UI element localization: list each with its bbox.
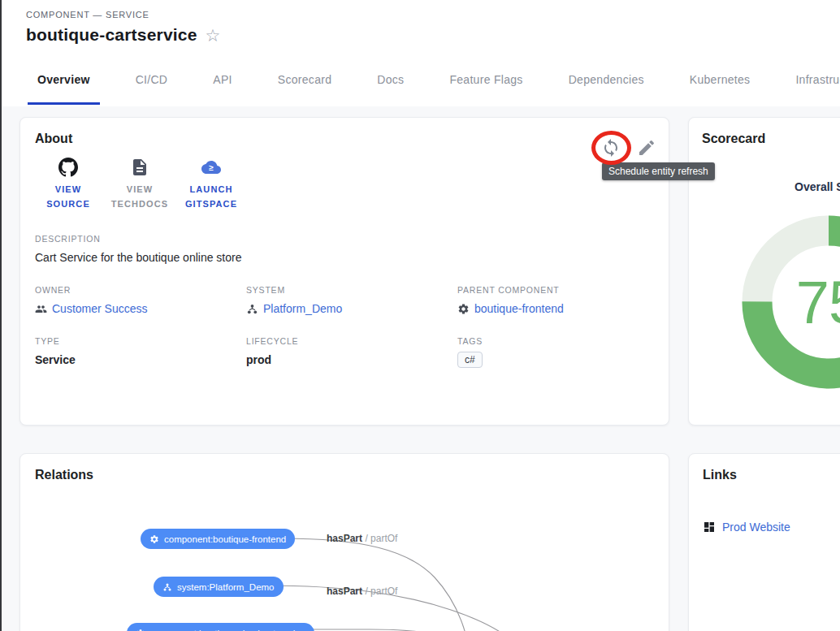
breadcrumb: COMPONENT — SERVICE	[26, 10, 840, 19]
refresh-icon	[601, 138, 621, 158]
about-card-title: About	[35, 132, 654, 146]
tab-bar: Overview CI/CD API Scorecard Docs Featur…	[2, 52, 840, 106]
group-icon	[35, 303, 47, 315]
about-card: About Schedule entity refresh VIEW SOURC…	[19, 117, 669, 426]
tab-dependencies[interactable]: Dependencies	[569, 52, 644, 106]
links-card: Links Prod Website	[688, 453, 840, 631]
system-icon	[162, 582, 172, 592]
link-label: Prod Website	[722, 521, 790, 534]
launch-gitspace-button[interactable]: ≥ LAUNCH GITSPACE	[178, 158, 245, 211]
edge-label: hasPart / partOf	[327, 533, 397, 544]
field-parent-component: PARENT COMPONENT boutique-frontend	[457, 285, 654, 315]
field-lifecycle: LIFECYCLE prod	[246, 336, 457, 368]
document-icon	[130, 158, 149, 177]
links-card-title: Links	[703, 468, 840, 482]
pencil-icon	[637, 138, 656, 158]
cloud-terminal-icon: ≥	[201, 158, 221, 177]
content-area: About Schedule entity refresh VIEW SOURC…	[2, 106, 840, 631]
graph-node-label: component:boutique-frontend	[164, 534, 286, 544]
edge-relation-primary: hasPart	[327, 533, 362, 544]
system-value: Platform_Demo	[263, 302, 342, 315]
lifecycle-value: prod	[246, 353, 457, 366]
graph-node-boutique-frontend[interactable]: component:boutique-frontend	[141, 529, 295, 549]
parent-component-label: PARENT COMPONENT	[457, 285, 654, 295]
refresh-tooltip: Schedule entity refresh	[602, 162, 715, 180]
system-icon	[246, 303, 258, 315]
component-icon	[149, 534, 159, 544]
graph-node-boutique-checkoutservice[interactable]: component:boutique-checkoutservice	[127, 623, 314, 631]
view-source-label-line1: VIEW	[55, 184, 82, 194]
view-techdocs-button[interactable]: VIEW TECHDOCS	[106, 158, 173, 211]
field-tags: TAGS c#	[457, 336, 654, 368]
edge-relation-secondary: / partOf	[365, 586, 397, 597]
graph-node-label: system:Platform_Demo	[177, 582, 275, 592]
system-label: SYSTEM	[246, 285, 457, 295]
parent-component-link[interactable]: boutique-frontend	[457, 302, 654, 315]
type-value: Service	[35, 353, 246, 366]
scorecard-card-title: Scorecard	[702, 132, 840, 146]
edge-label: hasPart / partOf	[327, 586, 397, 597]
parent-component-value: boutique-frontend	[474, 302, 564, 315]
page-header: COMPONENT — SERVICE boutique-cartservice…	[2, 0, 840, 52]
launch-gitspace-label-line2: GITSPACE	[185, 199, 237, 209]
tab-api[interactable]: API	[213, 52, 232, 106]
view-source-button[interactable]: VIEW SOURCE	[35, 158, 102, 211]
owner-label: OWNER	[35, 285, 246, 295]
tab-infrastructure[interactable]: Infrastructure	[795, 52, 840, 106]
refresh-button[interactable]	[601, 138, 621, 158]
tab-docs[interactable]: Docs	[377, 52, 404, 106]
dashboard-icon	[703, 521, 716, 534]
owner-link[interactable]: Customer Success	[35, 302, 246, 315]
lifecycle-label: LIFECYCLE	[246, 336, 457, 346]
edit-button[interactable]	[637, 138, 656, 158]
page-title: boutique-cartservice	[26, 25, 197, 45]
launch-gitspace-label-line1: LAUNCH	[189, 184, 232, 194]
field-type: TYPE Service	[35, 336, 246, 368]
type-label: TYPE	[35, 336, 246, 346]
score-gauge: 75	[731, 205, 840, 400]
score-value: 75	[731, 205, 840, 400]
link-prod-website[interactable]: Prod Website	[703, 521, 840, 534]
view-techdocs-label-line2: TECHDOCS	[111, 199, 169, 209]
component-icon	[457, 303, 470, 315]
favorite-star-icon[interactable]: ☆	[206, 27, 221, 44]
tab-scorecard[interactable]: Scorecard	[278, 52, 332, 106]
relations-card: Relations hasPart / partOf hasPart / par…	[19, 453, 669, 631]
edge-relation-secondary: / partOf	[365, 533, 397, 544]
overall-score-label: Overall Score	[795, 180, 840, 193]
about-actions: VIEW SOURCE VIEW TECHDOCS ≥	[35, 158, 654, 211]
tag-chip[interactable]: c#	[457, 352, 483, 368]
system-link[interactable]: Platform_Demo	[246, 302, 457, 315]
about-fields: OWNER Customer Success SYSTEM Platform_D…	[35, 285, 654, 368]
view-source-label-line2: SOURCE	[46, 199, 90, 209]
tab-feature-flags[interactable]: Feature Flags	[449, 52, 522, 106]
entity-page: { "header": { "breadcrumb": "COMPONENT —…	[0, 0, 840, 631]
svg-text:≥: ≥	[209, 163, 214, 172]
graph-node-label: component:boutique-checkoutservice	[150, 629, 305, 631]
tab-overview[interactable]: Overview	[37, 52, 90, 106]
tab-cicd[interactable]: CI/CD	[136, 52, 168, 106]
tags-label: TAGS	[457, 336, 654, 346]
description-text: Cart Service for the boutique online sto…	[35, 251, 654, 264]
field-owner: OWNER Customer Success	[35, 285, 246, 315]
edge-relation-primary: hasPart	[327, 586, 362, 597]
field-system: SYSTEM Platform_Demo	[246, 285, 457, 315]
component-icon	[136, 629, 145, 631]
tab-kubernetes[interactable]: Kubernetes	[690, 52, 751, 106]
github-icon	[58, 158, 78, 177]
view-techdocs-label-line1: VIEW	[127, 184, 154, 194]
graph-node-platform-demo[interactable]: system:Platform_Demo	[154, 577, 284, 597]
description-label: DESCRIPTION	[35, 234, 654, 244]
owner-value: Customer Success	[52, 302, 147, 315]
